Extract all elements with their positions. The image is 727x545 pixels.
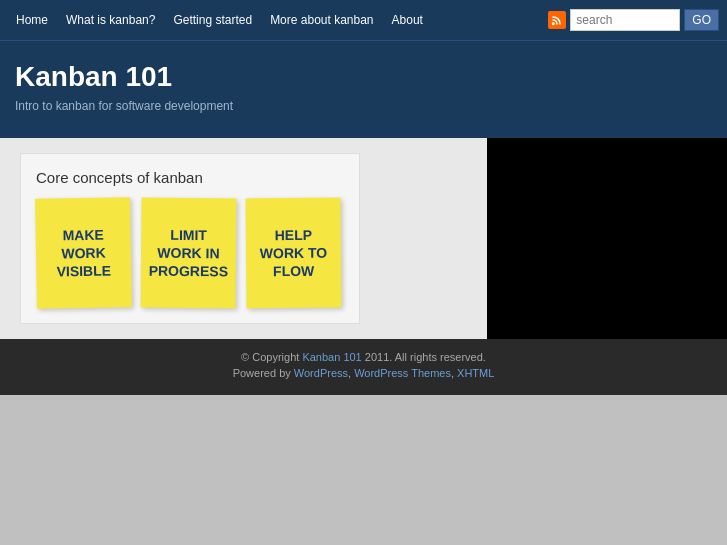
footer-themes-link[interactable]: WordPress Themes [354,367,451,379]
search-input[interactable] [570,9,680,31]
footer-copyright: © Copyright Kanban 101 2011. All rights … [12,351,715,363]
sticky-note-3-text: HELP WORK TO FLOW [254,225,333,280]
rss-icon[interactable] [548,11,566,29]
footer-xhtml-link[interactable]: XHTML [457,367,494,379]
search-area: GO [548,9,719,31]
footer-wordpress-link[interactable]: WordPress [294,367,348,379]
sticky-note-1: MAKE WORK VISIBLE [35,197,132,309]
nav-more-about-kanban[interactable]: More about kanban [262,9,381,31]
card-title: Core concepts of kanban [36,169,344,186]
main-nav: Home What is kanban? Getting started Mor… [0,0,727,40]
page-title: Kanban 101 [15,61,712,93]
nav-about[interactable]: About [384,9,431,31]
sticky-note-3: HELP WORK TO FLOW [246,198,342,309]
sidebar-right [487,138,727,339]
sticky-note-2: LIMIT WORK IN PROGRESS [141,198,237,309]
svg-point-0 [552,22,555,25]
nav-what-is-kanban[interactable]: What is kanban? [58,9,163,31]
nav-getting-started[interactable]: Getting started [165,9,260,31]
sticky-note-2-text: LIMIT WORK IN PROGRESS [149,225,229,280]
footer: © Copyright Kanban 101 2011. All rights … [0,339,727,395]
core-concepts-card: Core concepts of kanban MAKE WORK VISIBL… [20,153,360,324]
main-content: Core concepts of kanban MAKE WORK VISIBL… [0,138,487,339]
header-banner: Kanban 101 Intro to kanban for software … [0,40,727,138]
search-go-button[interactable]: GO [684,9,719,31]
nav-home[interactable]: Home [8,9,56,31]
page-subtitle: Intro to kanban for software development [15,99,712,113]
nav-links: Home What is kanban? Getting started Mor… [8,9,548,31]
content-wrapper: Core concepts of kanban MAKE WORK VISIBL… [0,138,727,339]
footer-powered-by: Powered by WordPress, WordPress Themes, … [12,367,715,379]
footer-site-link[interactable]: Kanban 101 [302,351,361,363]
sticky-notes-container: MAKE WORK VISIBLE LIMIT WORK IN PROGRESS… [36,198,344,308]
sticky-note-1-text: MAKE WORK VISIBLE [44,225,124,281]
